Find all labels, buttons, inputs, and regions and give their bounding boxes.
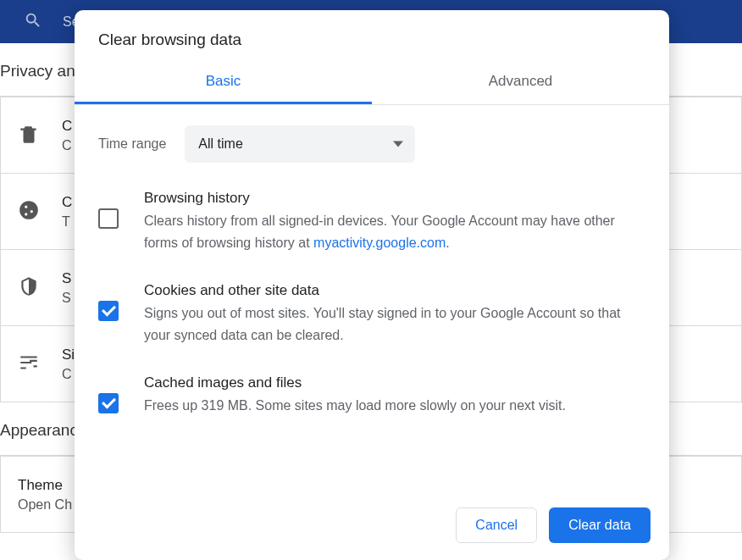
option-browsing-history: Browsing history Clears history from all… bbox=[98, 190, 645, 255]
clear-data-button[interactable]: Clear data bbox=[549, 507, 651, 543]
timerange-label: Time range bbox=[98, 136, 166, 152]
dialog-tabs: Basic Advanced bbox=[75, 64, 669, 105]
option-cache: Cached images and files Frees up 319 MB.… bbox=[98, 374, 645, 417]
dialog-body: Time range All time Browsing history Cle… bbox=[75, 105, 669, 507]
option-desc: Clears history from all signed-in device… bbox=[144, 210, 645, 255]
tab-basic[interactable]: Basic bbox=[75, 64, 372, 104]
chevron-down-icon bbox=[393, 141, 403, 147]
option-desc: Frees up 319 MB. Some sites may load mor… bbox=[144, 395, 645, 417]
option-desc: Signs you out of most sites. You'll stay… bbox=[144, 302, 645, 347]
option-title: Cookies and other site data bbox=[144, 282, 645, 299]
option-title: Browsing history bbox=[144, 190, 645, 207]
timerange-value: All time bbox=[198, 136, 242, 152]
checkbox-cookies[interactable] bbox=[98, 301, 119, 321]
clear-browsing-data-dialog: Clear browsing data Basic Advanced Time … bbox=[75, 10, 669, 560]
dialog-title: Clear browsing data bbox=[75, 10, 669, 64]
cancel-button[interactable]: Cancel bbox=[456, 507, 537, 543]
timerange-select[interactable]: All time bbox=[185, 125, 415, 163]
checkbox-browsing-history[interactable] bbox=[98, 208, 119, 229]
option-title: Cached images and files bbox=[144, 374, 645, 391]
option-cookies: Cookies and other site data Signs you ou… bbox=[98, 282, 645, 347]
dialog-footer: Cancel Clear data bbox=[75, 507, 669, 560]
tab-advanced[interactable]: Advanced bbox=[372, 64, 669, 104]
checkbox-cache[interactable] bbox=[98, 393, 119, 413]
timerange-row: Time range All time bbox=[98, 125, 645, 163]
myactivity-link[interactable]: myactivity.google.com bbox=[313, 236, 446, 250]
